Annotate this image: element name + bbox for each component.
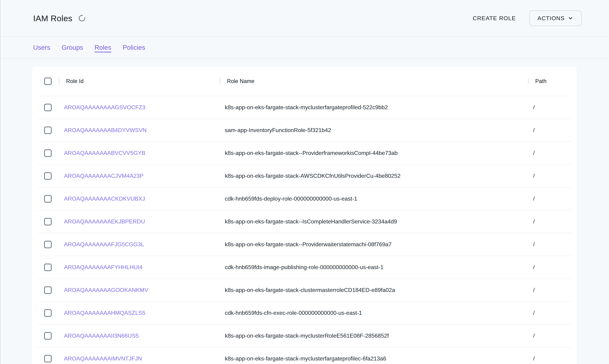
role-id-cell: AROAQAAAAAAAAGSVOCFZ3 [59,104,220,111]
path-cell: / [528,287,572,293]
row-checkbox-cell [37,241,59,248]
path-cell: / [528,355,572,362]
role-name-cell: k8s-app-on-eks-fargate-stack-clustermast… [220,287,528,293]
tab-policies[interactable]: Policies [123,44,145,51]
role-id-cell: AROAQAAAAAAAEKJBPERDU [59,218,220,225]
role-id-link[interactable]: AROAQAAAAAAABVCVV5GYB [64,150,145,156]
content-area: Role Id Role Name Path AROAQAAAAAAAAGSVO… [0,59,609,364]
path-cell: / [528,150,572,156]
role-id-link[interactable]: AROAQAAAAAAAB4DYVWSVN [64,127,147,133]
row-checkbox-cell [37,218,59,225]
tab-users[interactable]: Users [33,44,50,51]
role-id-link[interactable]: AROAQAAAAAAAFYHHLHUI4 [64,264,142,271]
table-row: AROAQAAAAAAAB4DYVWSVN sam-app-InventoryF… [37,119,572,142]
row-checkbox-cell [37,309,59,317]
column-header-path[interactable]: Path [528,67,572,96]
role-name-cell: cdk-hnb659fds-deploy-role-000000000000-u… [220,195,528,202]
role-name-cell: k8s-app-on-eks-fargate-stack-AWSCDKCfnUt… [220,173,528,179]
tab-roles[interactable]: Roles [95,44,111,51]
row-checkbox-cell [37,104,59,111]
role-name-cell: k8s-app-on-eks-fargate-stack--Providerwa… [220,241,528,248]
row-checkbox[interactable] [44,309,52,317]
table-row: AROAQAAAAAAAEKJBPERDU k8s-app-on-eks-far… [37,210,572,233]
role-id-link[interactable]: AROAQAAAAAAAFJG5CGG3L [64,241,144,248]
role-id-cell: AROAQAAAAAAAFJG5CGG3L [59,241,220,248]
column-separator [220,78,220,85]
role-id-link[interactable]: AROAQAAAAAAAEKJBPERDU [64,218,145,225]
table-row: AROAQAAAAAAAII3N66US5 k8s-app-on-eks-far… [37,325,572,347]
role-id-cell: AROAQAAAAAAAHMQASZLS5 [59,310,220,316]
row-checkbox-cell [37,149,59,157]
app-header: IAM Roles CREATE ROLE ACTIONS [0,0,609,37]
header-actions: CREATE ROLE ACTIONS [471,11,582,26]
row-checkbox[interactable] [44,264,52,271]
select-all-cell [37,78,59,85]
row-checkbox-cell [37,264,59,271]
row-checkbox-cell [37,172,59,180]
role-id-cell: AROAQAAAAAAAIMVNTJFJN [59,355,220,362]
row-checkbox-cell [37,355,59,363]
path-cell: / [528,241,572,248]
row-checkbox-cell [37,195,59,203]
select-all-checkbox[interactable] [44,78,52,85]
role-name-cell: k8s-app-on-eks-fargate-stack-myclusterfa… [220,355,528,362]
table-row: AROAQAAAAAAAAGSVOCFZ3 k8s-app-on-eks-far… [37,96,572,119]
row-checkbox[interactable] [44,104,52,111]
role-name-cell: cdk-hnb659fds-cfn-exec-role-000000000000… [220,310,528,316]
role-id-cell: AROAQAAAAAAAII3N66US5 [59,333,220,339]
row-checkbox[interactable] [44,127,52,134]
table-row: AROAQAAAAAAACKDKVUBXJ cdk-hnb659fds-depl… [37,187,572,210]
column-label: Path [535,78,547,84]
roles-table-card: Role Id Role Name Path AROAQAAAAAAAAGSVO… [32,67,577,364]
path-cell: / [528,195,572,202]
role-name-cell: k8s-app-on-eks-fargate-stack-myclusterRo… [220,333,528,339]
role-id-cell: AROAQAAAAAAACKDKVUBXJ [59,195,220,202]
role-id-cell: AROAQAAAAAAACJVM4A23P [59,173,220,179]
row-checkbox[interactable] [44,218,52,225]
column-label: Role Id [66,78,83,84]
table-row: AROAQAAAAAAAFJG5CGG3L k8s-app-on-eks-far… [37,233,572,256]
column-header-role-name[interactable]: Role Name [220,67,528,96]
table-header-row: Role Id Role Name Path [37,67,572,96]
row-checkbox[interactable] [44,355,52,363]
refresh-button[interactable] [77,13,87,23]
path-cell: / [528,310,572,316]
role-id-cell: AROAQAAAAAAAGOOKANKMV [59,287,220,293]
column-header-role-id[interactable]: Role Id [59,67,220,96]
role-id-link[interactable]: AROAQAAAAAAACJVM4A23P [64,173,143,179]
path-cell: / [528,333,572,339]
row-checkbox[interactable] [44,195,52,203]
row-checkbox[interactable] [44,286,52,294]
row-checkbox[interactable] [44,241,52,248]
role-id-link[interactable]: AROAQAAAAAAAII3N66US5 [64,333,139,339]
role-id-link[interactable]: AROAQAAAAAAAAGSVOCFZ3 [64,104,145,111]
column-separator [528,78,529,85]
role-id-link[interactable]: AROAQAAAAAAACKDKVUBXJ [64,195,145,202]
refresh-icon [78,14,86,22]
role-id-link[interactable]: AROAQAAAAAAAIMVNTJFJN [64,355,142,362]
row-checkbox[interactable] [44,172,52,180]
role-name-cell: k8s-app-on-eks-fargate-stack-myclusterfa… [220,104,528,111]
actions-button[interactable]: ACTIONS [529,11,582,26]
table-row: AROAQAAAAAAAHMQASZLS5 cdk-hnb659fds-cfn-… [37,302,572,325]
row-checkbox[interactable] [44,149,52,157]
path-cell: / [528,218,572,225]
tabs-bar: Users Groups Roles Policies [0,37,609,59]
row-checkbox[interactable] [44,332,52,339]
table-row: AROAQAAAAAAAGOOKANKMV k8s-app-on-eks-far… [37,279,572,302]
table-row: AROAQAAAAAAAIMVNTJFJN k8s-app-on-eks-far… [37,347,572,364]
table-row: AROAQAAAAAAACJVM4A23P k8s-app-on-eks-far… [37,165,572,187]
tab-groups[interactable]: Groups [62,44,83,51]
role-name-cell: k8s-app-on-eks-fargate-stack--IsComplete… [220,218,528,225]
row-checkbox-cell [37,127,59,134]
role-name-cell: k8s-app-on-eks-fargate-stack--Providerfr… [220,150,528,156]
table-row: AROAQAAAAAAAFYHHLHUI4 cdk-hnb659fds-imag… [37,256,572,279]
row-checkbox-cell [37,332,59,339]
create-role-button[interactable]: CREATE ROLE [471,13,517,24]
role-id-link[interactable]: AROAQAAAAAAAGOOKANKMV [64,287,148,293]
role-id-link[interactable]: AROAQAAAAAAAHMQASZLS5 [64,310,145,316]
path-cell: / [528,127,572,133]
role-name-cell: sam-app-InventoryFunctionRole-5f321b42 [220,127,528,133]
chevron-down-icon [567,15,574,21]
role-id-cell: AROAQAAAAAAABVCVV5GYB [59,150,220,156]
